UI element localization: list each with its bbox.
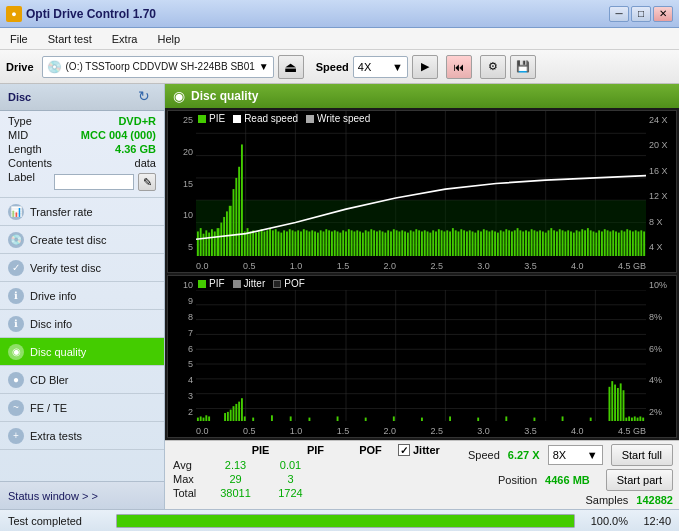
total-pif: 1724 (263, 487, 318, 499)
position-stat-label: Position (498, 474, 537, 486)
start-part-button[interactable]: Start part (606, 469, 673, 491)
svg-rect-111 (469, 230, 471, 256)
label-edit-button[interactable]: ✎ (138, 173, 156, 191)
sidebar-item-create-test-disc[interactable]: 💿 Create test disc (0, 226, 164, 254)
close-button[interactable]: ✕ (653, 6, 673, 22)
label-input[interactable] (54, 174, 134, 190)
svg-rect-223 (623, 390, 625, 421)
label-row-outer: Label ✎ (8, 171, 156, 191)
sidebar-item-verify-test-disc[interactable]: ✓ Verify test disc (0, 254, 164, 282)
speed-dropdown-arrow[interactable]: ▼ (587, 449, 598, 461)
drive-select[interactable]: 💿 (O:) TSSToorp CDDVDW SH-224BB SB01 ▼ (42, 56, 274, 78)
disc-section-header: Disc ↻ (0, 84, 164, 111)
avg-jitter (373, 459, 428, 471)
svg-rect-53 (306, 230, 308, 256)
speed-dropdown[interactable]: 8X ▼ (548, 445, 603, 465)
sidebar-item-drive-info[interactable]: ℹ Drive info (0, 282, 164, 310)
svg-rect-142 (556, 231, 558, 256)
svg-rect-192 (200, 416, 202, 421)
svg-rect-214 (505, 416, 507, 421)
svg-rect-196 (224, 413, 226, 421)
eject-button[interactable]: ⏏ (278, 55, 304, 79)
sidebar-item-extra-tests[interactable]: + Extra tests (0, 422, 164, 450)
svg-rect-48 (292, 230, 294, 256)
svg-rect-207 (309, 418, 311, 421)
sidebar-item-label: Transfer rate (30, 206, 93, 218)
chart1-y-axis-left: 25 20 15 10 5 (168, 111, 196, 256)
menu-extra[interactable]: Extra (106, 31, 144, 47)
svg-rect-97 (429, 233, 431, 256)
svg-rect-144 (562, 230, 564, 256)
speed-dropdown-arrow[interactable]: ▼ (392, 61, 403, 73)
sidebar-item-label: Extra tests (30, 430, 82, 442)
svg-rect-100 (438, 229, 440, 256)
svg-rect-61 (328, 230, 330, 256)
svg-rect-126 (511, 231, 513, 256)
svg-rect-67 (345, 231, 347, 256)
disc-quality-icon: ◉ (8, 344, 24, 360)
sidebar-item-cd-bler[interactable]: ● CD Bler (0, 366, 164, 394)
svg-rect-21 (214, 231, 216, 256)
svg-rect-88 (404, 231, 406, 256)
svg-rect-65 (339, 233, 341, 256)
avg-label: Avg (173, 459, 208, 471)
svg-rect-203 (244, 416, 246, 421)
svg-rect-202 (241, 398, 243, 421)
svg-rect-147 (570, 231, 572, 256)
speed-select[interactable]: 4X ▼ (353, 56, 408, 78)
disc-swap-button[interactable]: ⏮ (446, 55, 472, 79)
svg-rect-218 (609, 387, 611, 421)
svg-rect-23 (220, 223, 222, 256)
sidebar-item-disc-quality[interactable]: ◉ Disc quality (0, 338, 164, 366)
svg-rect-112 (472, 231, 474, 256)
max-label: Max (173, 473, 208, 485)
settings-button[interactable]: ⚙ (480, 55, 506, 79)
pif-chart: PIF Jitter POF 10 9 8 7 6 (167, 275, 677, 438)
svg-rect-193 (203, 418, 205, 421)
svg-rect-80 (382, 231, 384, 256)
svg-rect-122 (500, 230, 502, 256)
svg-rect-128 (517, 228, 519, 256)
drive-text: (O:) TSSToorp CDDVDW SH-224BB SB01 (66, 61, 255, 72)
drive-dropdown-arrow[interactable]: ▼ (259, 61, 269, 72)
svg-rect-28 (235, 178, 237, 256)
svg-rect-86 (399, 231, 401, 256)
type-label: Type (8, 115, 32, 127)
svg-rect-213 (477, 418, 479, 421)
progress-percentage: 100.0% (583, 515, 628, 527)
save-button[interactable]: 💾 (510, 55, 536, 79)
refresh-icon[interactable]: ↻ (138, 88, 156, 106)
sidebar-item-transfer-rate[interactable]: 📊 Transfer rate (0, 198, 164, 226)
minimize-button[interactable]: ─ (609, 6, 629, 22)
menu-start-test[interactable]: Start test (42, 31, 98, 47)
svg-rect-168 (629, 230, 631, 256)
speed-dropdown-value: 8X (553, 449, 587, 461)
jitter-checkbox[interactable]: ✓ (398, 444, 410, 456)
total-pie: 38011 (208, 487, 263, 499)
svg-rect-46 (286, 231, 288, 256)
sidebar-item-disc-info[interactable]: ℹ Disc info (0, 310, 164, 338)
sidebar-item-fe-te[interactable]: ~ FE / TE (0, 394, 164, 422)
go-button[interactable]: ▶ (412, 55, 438, 79)
svg-rect-206 (290, 416, 292, 421)
maximize-button[interactable]: □ (631, 6, 651, 22)
svg-rect-170 (635, 230, 637, 256)
speed-label: Speed (316, 61, 349, 73)
svg-rect-130 (522, 231, 524, 256)
svg-rect-17 (203, 234, 205, 256)
svg-rect-211 (421, 418, 423, 421)
speed-value: 4X (358, 61, 392, 73)
pif-legend-item: PIF (198, 278, 225, 289)
status-window-button[interactable]: Status window > > (0, 481, 164, 509)
svg-rect-95 (424, 230, 426, 256)
svg-rect-87 (401, 230, 403, 256)
main-area: Disc ↻ Type DVD+R MID MCC 004 (000) Leng… (0, 84, 679, 509)
contents-label: Contents (8, 157, 52, 169)
svg-rect-115 (480, 231, 482, 256)
progress-bar-container (116, 514, 575, 528)
menu-file[interactable]: File (4, 31, 34, 47)
total-jitter (373, 487, 428, 499)
menu-help[interactable]: Help (151, 31, 186, 47)
svg-rect-118 (489, 231, 491, 256)
start-full-button[interactable]: Start full (611, 444, 673, 466)
